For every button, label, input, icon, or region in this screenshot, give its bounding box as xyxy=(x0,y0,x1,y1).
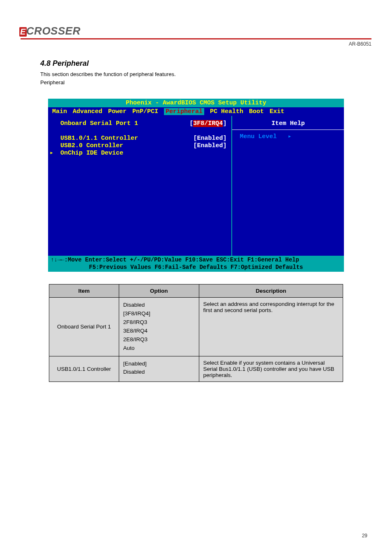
bios-screenshot: Phoenix - AwardBIOS CMOS Setup Utility M… xyxy=(48,99,344,272)
table-row: Onboard Serial Port 1 Disabled [3F8/IRQ4… xyxy=(49,298,343,356)
table-row: USB1.0/1.1 Controller [Enabled] Disabled… xyxy=(49,356,343,382)
bios-menu-bar: Main Advanced Power PnP/PCI Peripheral P… xyxy=(48,107,344,116)
bios-menu-pnppci[interactable]: PnP/PCI xyxy=(132,108,158,115)
table-header-option: Option xyxy=(119,284,199,298)
bios-footer-line1: ↑↓→←:Move Enter:Select +/-/PU/PD:Value F… xyxy=(51,257,341,264)
table-cell-options: Disabled [3F8/IRQ4] 2F8/IRQ3 3E8/IRQ4 2E… xyxy=(119,298,199,356)
submenu-triangle-icon: ▸ xyxy=(50,150,53,157)
header-bar: ECROSSER xyxy=(21,25,371,39)
bios-title: Phoenix - AwardBIOS CMOS Setup Utility xyxy=(48,99,344,107)
bios-menu-exit[interactable]: Exit xyxy=(270,108,284,115)
logo-text: CROSSER xyxy=(26,25,81,37)
settings-table: Item Option Description Onboard Serial P… xyxy=(49,284,343,382)
bios-label: USB2.0 Controller xyxy=(53,142,123,150)
table-cell-item: USB1.0/1.1 Controller xyxy=(49,356,119,382)
logo: ECROSSER xyxy=(21,25,81,37)
bios-label: Onboard Serial Port 1 xyxy=(53,120,138,127)
model-number: AR-B6051 xyxy=(21,41,371,47)
table-header-item: Item xyxy=(49,284,119,298)
bios-menu-main[interactable]: Main xyxy=(52,108,67,115)
table-cell-description: Select Enable if your system contains a … xyxy=(199,356,343,382)
table-cell-description: Select an address and corresponding inte… xyxy=(199,298,343,356)
bios-label: OnChip IDE Device xyxy=(53,150,123,157)
bios-menu-peripheral[interactable]: Peripheral xyxy=(164,108,204,115)
bios-help-title: Item Help xyxy=(237,120,339,127)
bios-row-usb10[interactable]: USB1.0/1.1 Controller [Enabled] xyxy=(53,135,226,142)
bios-value: [3F8/IRQ4] xyxy=(189,120,226,127)
bios-value: [Enabled] xyxy=(193,135,226,142)
bios-label: USB1.0/1.1 Controller xyxy=(53,135,138,142)
page-number: 29 xyxy=(362,533,367,539)
bios-help-menu-level: Menu Level ▸ xyxy=(237,132,339,140)
bios-row-usb20[interactable]: USB2.0 Controller [Enabled] xyxy=(53,142,226,150)
bios-value: [Enabled] xyxy=(193,142,226,150)
table-cell-item: Onboard Serial Port 1 xyxy=(49,298,119,356)
section-description: This section describes the function of p… xyxy=(40,70,371,86)
menu-level-arrow-icon: ▸ xyxy=(288,133,291,140)
bios-settings-pane: Onboard Serial Port 1 [3F8/IRQ4] USB1.0/… xyxy=(48,116,232,256)
bios-menu-boot[interactable]: Boot xyxy=(249,108,264,115)
bios-row-ide-submenu[interactable]: ▸ OnChip IDE Device xyxy=(53,150,226,157)
bios-row-serial-port[interactable]: Onboard Serial Port 1 [3F8/IRQ4] xyxy=(53,120,226,127)
bios-help-pane: Item Help Menu Level ▸ xyxy=(232,116,344,256)
section-title: 4.8 Peripheral xyxy=(40,59,371,68)
bios-menu-advanced[interactable]: Advanced xyxy=(73,108,102,115)
logo-e-icon: E xyxy=(19,27,27,37)
bios-footer-line2: F5:Previous Values F6:Fail-Safe Defaults… xyxy=(51,264,341,271)
table-cell-options: [Enabled] Disabled xyxy=(119,356,199,382)
bios-menu-power[interactable]: Power xyxy=(108,108,127,115)
bios-footer: ↑↓→←:Move Enter:Select +/-/PU/PD:Value F… xyxy=(48,256,344,272)
table-header-description: Description xyxy=(199,284,343,298)
bios-menu-pchealth[interactable]: PC Health xyxy=(210,108,243,115)
